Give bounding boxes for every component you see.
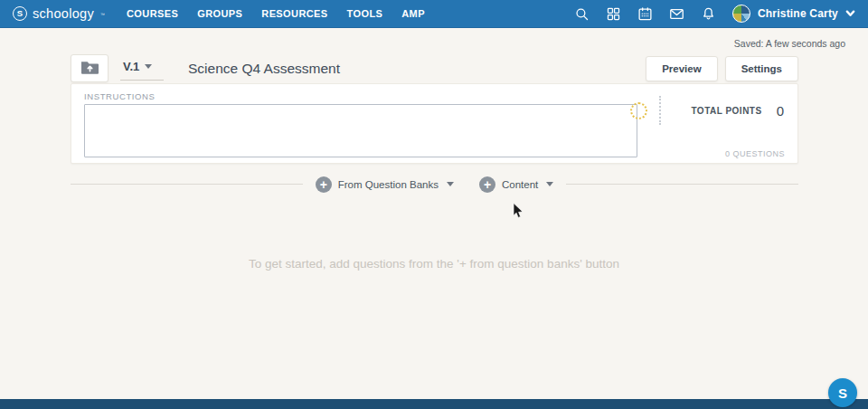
schoology-assessment-editor: S schoology ™ COURSES GROUPS RESOURCES T… [0,0,868,409]
version-label: V.1 [123,60,139,73]
caret-down-icon [546,182,553,186]
saved-status: Saved: A few seconds ago [734,38,845,49]
preview-button[interactable]: Preview [646,56,717,81]
header-actions: Preview Settings [646,56,798,81]
user-name: Christine Carty [758,7,838,20]
support-widget-button[interactable]: S [828,378,857,407]
add-from-question-banks-label: From Question Banks [338,179,439,190]
add-content-label: Content [502,179,538,190]
apps-grid-icon[interactable] [606,6,621,22]
instructions-label: INSTRUCTIONS [84,91,155,101]
user-menu[interactable]: Christine Carty [732,5,855,23]
assessment-header: V.1 Science Q4 Assessment Preview Settin… [71,54,798,82]
footer-bar [0,399,868,409]
add-row: From Question Banks Content [71,174,798,195]
nav-item-courses[interactable]: COURSES [125,0,180,27]
dotted-divider [659,96,661,125]
back-to-folder-button[interactable] [71,54,108,82]
navbar-right: Christine Carty [574,5,855,23]
divider-line [566,184,798,185]
search-icon[interactable] [574,6,590,22]
settings-button[interactable]: Settings [725,56,798,81]
version-dropdown[interactable]: V.1 [120,56,164,81]
caret-down-icon [447,182,454,186]
calendar-icon[interactable] [637,6,653,22]
logo-letter: S [17,9,23,18]
nav-item-groups[interactable]: GROUPS [195,0,244,27]
top-navbar: S schoology ™ COURSES GROUPS RESOURCES T… [0,0,868,28]
plus-icon [316,176,332,193]
trademark-symbol: ™ [100,12,105,17]
brand-name: schoology [33,6,94,21]
total-points-value: 0 [777,103,784,119]
instructions-textarea[interactable] [84,104,637,157]
empty-state-message: To get started, add questions from the '… [0,257,868,271]
points-area: TOTAL POINTS 0 [630,96,784,125]
chevron-down-icon [845,5,855,22]
plus-icon [479,176,495,193]
assessment-title: Science Q4 Assessment [188,61,340,77]
instructions-card: INSTRUCTIONS TOTAL POINTS 0 0 QUESTIONS [71,83,798,164]
nav-item-tools[interactable]: TOOLS [345,0,385,27]
messages-icon[interactable] [669,6,684,22]
avatar [732,5,750,23]
points-ring-icon [630,102,647,119]
divider-line [71,184,303,185]
nav-item-resources[interactable]: RESOURCES [259,0,329,27]
question-count: 0 QUESTIONS [725,149,785,158]
folder-up-icon [80,60,99,78]
add-from-question-banks-button[interactable]: From Question Banks [312,175,458,195]
mouse-cursor [513,203,524,223]
total-points-label: TOTAL POINTS [691,106,761,116]
notifications-icon[interactable] [701,6,716,22]
nav-item-amp[interactable]: AMP [400,0,427,27]
assessment-page: Saved: A few seconds ago V.1 Science Q4 … [0,28,868,409]
primary-nav: COURSES GROUPS RESOURCES TOOLS AMP [125,0,427,27]
schoology-logo[interactable]: S schoology ™ [13,6,105,21]
caret-down-icon [145,64,152,69]
schoology-s-icon: S [13,6,27,21]
add-content-button[interactable]: Content [476,175,557,195]
